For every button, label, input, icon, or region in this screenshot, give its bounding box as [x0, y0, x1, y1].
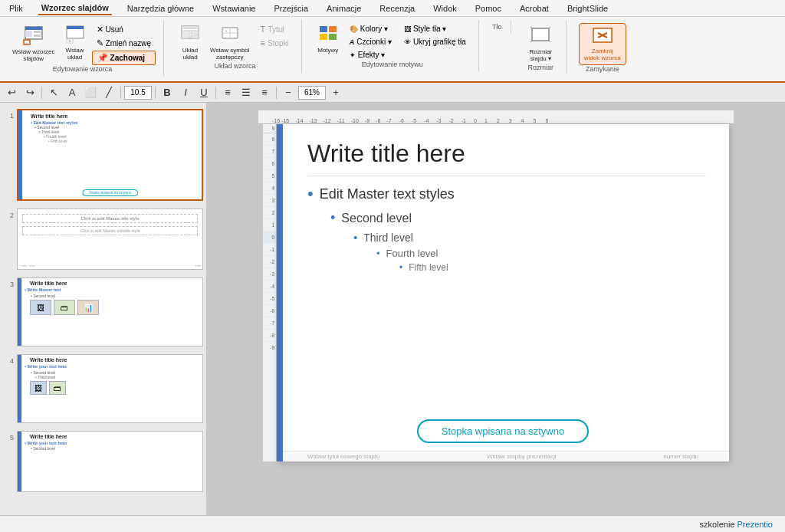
img-box-2: 🗃 — [54, 300, 75, 315]
motywy-button[interactable]: Motywy — [314, 23, 342, 55]
menu-narzedzia[interactable]: Narzędzia główne — [124, 2, 197, 15]
slide4-images: 🖼 🗃 — [30, 381, 200, 395]
kolory-icon: 🎨 — [350, 25, 358, 33]
zamknij-icon — [592, 27, 613, 48]
wstaw-symbol-button[interactable]: + Wstaw symbolzastępczy — [207, 23, 253, 62]
slide-preview-3[interactable]: Write title here • Write Master text • S… — [17, 277, 203, 346]
font-size-input[interactable]: 10.5 — [124, 86, 152, 100]
ribbon-buttons-edytowanie: + Wstaw wzorzecslajdów + Wstawukład — [9, 23, 156, 65]
slide-title-area[interactable]: Write title here — [277, 124, 729, 176]
wstaw-uklad-icon: + — [65, 25, 85, 47]
bold-button[interactable]: B — [159, 84, 176, 101]
menu-acrobat[interactable]: Acrobat — [517, 2, 552, 15]
slides-panel[interactable]: 1 Write title here • Edit Master text st… — [0, 103, 207, 532]
czcionki-label: Czcionki ▾ — [356, 38, 392, 46]
svg-rect-14 — [191, 31, 199, 34]
shape-tool[interactable]: ⬜ — [82, 84, 99, 101]
toolbar-sep5 — [276, 87, 277, 99]
zoom-out-button[interactable]: − — [280, 84, 297, 101]
slide-content-area[interactable]: Edit Master text styles Second level Thi… — [277, 176, 729, 412]
status-bar: szkolenie Prezentio — [0, 515, 785, 532]
italic-button[interactable]: I — [177, 84, 194, 101]
slide-with-ruler: 9 8 7 6 5 4 3 2 1 0 -1 -2 -3 -4 -5 -6 -7… — [263, 124, 729, 461]
slide4-mini-title: Write title here — [30, 357, 200, 363]
slide-thumb-5[interactable]: 5 Write title here • Write your text her… — [3, 431, 203, 492]
menu-wzorzec[interactable]: Wzorzec slajdów — [38, 2, 112, 15]
svg-rect-1 — [25, 27, 42, 30]
efekty-icon: ✦ — [350, 51, 356, 59]
menu-widok[interactable]: Widok — [430, 2, 460, 15]
ribbon-buttons-motyw: Motywy 🎨 Kolory ▾ A Czcionki ▾ ✦ Efekty … — [314, 23, 471, 61]
wstaw-wzorzec-button[interactable]: + Wstaw wzorzecslajdów — [9, 23, 58, 64]
slide-preview-1[interactable]: Write title here • Edit Master text styl… — [17, 109, 203, 201]
kolory-button[interactable]: 🎨 Kolory ▾ — [345, 23, 396, 34]
slide-accent-bar — [277, 124, 283, 461]
slide-preview-4[interactable]: Write title here • Write your text here … — [17, 354, 203, 423]
svg-rect-23 — [329, 34, 337, 40]
ribbon-bg-small: 🖼 Style tła ▾ 👁 Ukryj grafikę tła — [399, 23, 471, 48]
ukryj-button[interactable]: 👁 Ukryj grafikę tła — [399, 36, 471, 48]
slide-thumb-4[interactable]: 4 Write title here • Write your text her… — [3, 354, 203, 423]
motywy-icon — [318, 25, 338, 47]
slide-thumb-3[interactable]: 3 Write title here • Write Master text •… — [3, 277, 203, 346]
kolory-label: Kolory ▾ — [360, 25, 388, 33]
slide1-mini-title: Write title here — [31, 113, 199, 119]
slide-title: Write title here — [307, 140, 465, 167]
rozmiar-slajdu-button[interactable]: Rozmiarslajdu ▾ — [526, 23, 555, 64]
text-tool[interactable]: A — [64, 84, 80, 101]
underline-button[interactable]: U — [195, 84, 212, 101]
footer-text: Stopka wpisana na sztywno — [442, 425, 564, 437]
slide-thumb-1[interactable]: 1 Write title here • Edit Master text st… — [3, 109, 203, 201]
efekty-button[interactable]: ✦ Efekty ▾ — [345, 49, 396, 61]
menu-recenzja[interactable]: Recenzja — [376, 2, 418, 15]
align-center[interactable]: ☰ — [238, 84, 255, 101]
menu-pomoc[interactable]: Pomoc — [472, 2, 504, 15]
stopki-button[interactable]: ≡ Stopki — [256, 37, 294, 49]
undo-button[interactable]: ↩ — [3, 84, 20, 101]
menu-wstawianie[interactable]: Wstawianie — [209, 2, 258, 15]
zoom-in-button[interactable]: + — [327, 84, 344, 101]
stopki-icon: ≡ — [261, 38, 265, 48]
menu-przejscia[interactable]: Przejścia — [271, 2, 311, 15]
slide-preview-5[interactable]: Write title here • Write your text here … — [17, 431, 203, 492]
menu-brightslide[interactable]: BrightSlide — [564, 2, 611, 15]
zmien-nazwe-button[interactable]: ✎ Zmień nazwę — [92, 37, 156, 50]
redo-button[interactable]: ↪ — [21, 84, 38, 101]
uklad-button[interactable]: Układukład — [176, 23, 204, 62]
ribbon-buttons-zamykanie: Zamknijwidok wzorca — [579, 23, 626, 65]
cursor-tool[interactable]: ↖ — [45, 84, 62, 101]
img-box-3: 📊 — [77, 300, 99, 315]
ruler-horizontal: -16 -15 -14 -13 -12 -11 -10 -9 -8 -7 -6 … — [258, 110, 734, 124]
zamknij-button[interactable]: Zamknijwidok wzorca — [579, 23, 626, 65]
ribbon-group-tlo: Tło — [488, 20, 511, 34]
wstaw-wzorzec-icon: + — [23, 25, 44, 48]
prezentio-link[interactable]: Prezentio — [737, 520, 773, 529]
zoom-input[interactable]: 61% — [298, 86, 326, 100]
svg-rect-13 — [182, 31, 189, 38]
canvas-area: -16 -15 -14 -13 -12 -11 -10 -9 -8 -7 -6 … — [207, 103, 785, 532]
slide-preview-2[interactable]: Click to edit Master title style Click t… — [17, 209, 203, 270]
menu-plik[interactable]: Plik — [6, 2, 26, 15]
style-tla-button[interactable]: 🖼 Style tła ▾ — [399, 23, 471, 34]
svg-line-27 — [530, 41, 532, 42]
align-left[interactable]: ≡ — [219, 84, 236, 101]
wstaw-uklad-button[interactable]: + Wstawukład — [61, 23, 89, 62]
content-level1: Edit Master text styles — [307, 184, 706, 204]
rozmiar-slajdu-label: Rozmiarslajdu ▾ — [529, 48, 552, 62]
usun-button[interactable]: ✕ Usuń — [92, 23, 156, 36]
zachowaj-button[interactable]: 📌 Zachowaj — [92, 51, 156, 65]
img-box-1: 🖼 — [30, 300, 51, 315]
svg-rect-12 — [182, 26, 199, 29]
slide-thumb-2[interactable]: 2 Click to edit Master title style Click… — [3, 209, 203, 270]
align-right[interactable]: ≡ — [256, 84, 273, 101]
ribbon-group-motyw: Motywy 🎨 Kolory ▾ A Czcionki ▾ ✦ Efekty … — [311, 20, 479, 71]
toolbar-sep4 — [215, 87, 216, 99]
ukryj-label: Ukryj grafikę tła — [413, 38, 466, 46]
slide-num-1: 1 — [3, 109, 14, 120]
tytul-button[interactable]: T Tytuł — [256, 23, 294, 35]
motywy-label: Motywy — [317, 47, 338, 54]
slide-num-3: 3 — [3, 277, 14, 288]
line-tool[interactable]: ╱ — [100, 84, 117, 101]
czcionki-button[interactable]: A Czcionki ▾ — [345, 36, 396, 48]
menu-animacje[interactable]: Animacje — [324, 2, 364, 15]
